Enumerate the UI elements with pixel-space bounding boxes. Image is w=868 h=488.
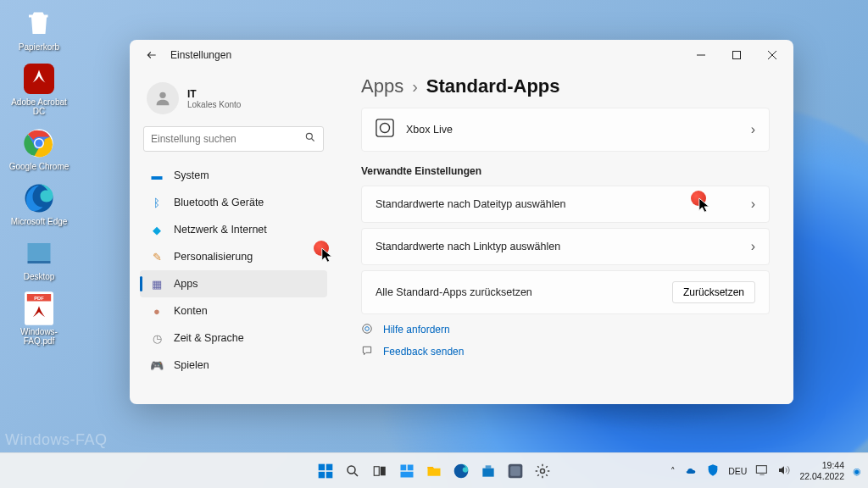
chrome-icon: [22, 126, 56, 160]
desktop-icon-label: Papierkorb: [19, 42, 59, 52]
tray-clock[interactable]: 19:44 22.04.2022: [799, 460, 844, 480]
link-label: Feedback senden: [383, 346, 464, 358]
svg-rect-19: [326, 471, 333, 478]
nav-personalization[interactable]: ✎Personalisierung: [140, 243, 327, 270]
svg-rect-9: [733, 52, 741, 59]
svg-rect-17: [326, 463, 333, 470]
page-title: Standard-Apps: [426, 75, 560, 97]
nav-label: Bluetooth & Geräte: [174, 197, 264, 208]
app-row-xbox-live[interactable]: Xbox Live ›: [361, 108, 770, 152]
desktop-icon-acrobat[interactable]: Adobe Acrobat DC: [7, 62, 71, 116]
user-account-type: Lokales Konto: [187, 100, 241, 109]
nav-label: Netzwerk & Internet: [174, 224, 267, 236]
tray-language[interactable]: DEU: [728, 466, 747, 476]
row-defaults-by-linktype[interactable]: Standardwerte nach Linktyp auswählen ›: [361, 228, 770, 265]
pdf-icon: PDF: [22, 291, 56, 325]
taskbar-store[interactable]: [477, 460, 499, 482]
help-link[interactable]: Hilfe anfordern: [361, 323, 770, 336]
taskbar-settings[interactable]: [531, 460, 554, 482]
desktop-icon-desktop[interactable]: Desktop: [7, 236, 71, 281]
maximize-button[interactable]: [719, 42, 754, 68]
row-reset-defaults: Alle Standard-Apps zurücksetzen Zurückse…: [361, 270, 770, 314]
tray-notifications-icon[interactable]: ◉: [853, 466, 861, 476]
taskbar-right: ˄ DEU 19:44 22.04.2022 ◉: [670, 460, 861, 480]
desktop-icon-pdf[interactable]: PDF Windows-FAQ.pdf: [7, 291, 71, 346]
feedback-link[interactable]: Feedback senden: [361, 345, 770, 358]
taskbar-widgets[interactable]: [396, 460, 418, 482]
user-block[interactable]: IT Lokales Konto: [140, 77, 327, 126]
desktop-icon-recycle-bin[interactable]: Papierkorb: [7, 7, 71, 52]
svg-rect-24: [408, 464, 414, 470]
nav-bluetooth[interactable]: ᛒBluetooth & Geräte: [140, 189, 327, 216]
nav-system[interactable]: ▬System: [140, 162, 327, 189]
section-label: Verwandte Einstellungen: [361, 165, 770, 177]
nav-label: System: [174, 169, 209, 181]
desktop-icon-label: Desktop: [24, 272, 55, 281]
nav-label: Apps: [174, 278, 198, 290]
nav-apps[interactable]: ▦Apps: [140, 270, 327, 297]
search-icon: [304, 131, 316, 147]
back-button[interactable]: [142, 45, 162, 65]
window-title: Einstellungen: [170, 49, 683, 61]
wifi-icon: ◆: [150, 223, 164, 236]
chevron-right-icon: ›: [412, 77, 418, 97]
svg-point-10: [159, 92, 165, 98]
taskbar-search[interactable]: [342, 460, 364, 482]
tray-network-icon[interactable]: [755, 464, 769, 478]
bluetooth-icon: ᛒ: [150, 196, 164, 209]
breadcrumb-parent[interactable]: Apps: [361, 75, 403, 97]
taskbar-center: [314, 460, 554, 482]
feedback-icon: [361, 345, 375, 358]
desktop-icon-chrome[interactable]: Google Chrome: [7, 126, 71, 171]
taskbar-explorer[interactable]: [423, 460, 445, 482]
svg-rect-16: [319, 463, 326, 470]
tray-chevron-icon[interactable]: ˄: [670, 466, 676, 476]
reset-button[interactable]: Zurücksetzen: [672, 281, 755, 303]
row-label: Standardwerte nach Dateityp auswählen: [376, 198, 739, 210]
system-icon: ▬: [150, 169, 164, 182]
folder-icon: [22, 236, 56, 270]
tray-defender-icon[interactable]: [706, 463, 720, 479]
start-button[interactable]: [314, 460, 337, 482]
svg-rect-12: [376, 119, 393, 136]
svg-rect-25: [401, 471, 414, 477]
taskbar-taskview[interactable]: [369, 460, 391, 482]
row-label: Standardwerte nach Linktyp auswählen: [376, 241, 739, 252]
svg-rect-21: [374, 466, 379, 475]
svg-point-14: [363, 324, 372, 334]
search-input[interactable]: [151, 133, 304, 145]
tray-volume-icon[interactable]: [777, 464, 791, 478]
svg-rect-18: [319, 471, 326, 478]
desktop-icon-label: Microsoft Edge: [11, 217, 68, 226]
nav: ▬System ᛒBluetooth & Geräte ◆Netzwerk & …: [140, 162, 327, 379]
close-button[interactable]: [754, 42, 790, 68]
apps-icon: ▦: [150, 277, 164, 291]
desktop-icons: Papierkorb Adobe Acrobat DC Google Chrom…: [7, 7, 71, 346]
taskbar-vmware[interactable]: [504, 460, 526, 482]
watermark: Windows-FAQ: [5, 431, 108, 449]
help-icon: [361, 323, 375, 336]
clock-icon: ◷: [150, 331, 164, 345]
avatar-icon: [147, 82, 179, 114]
chevron-right-icon: ›: [751, 239, 755, 254]
chevron-right-icon: ›: [751, 122, 755, 137]
desktop-icon-edge[interactable]: Microsoft Edge: [7, 181, 71, 226]
svg-rect-30: [757, 465, 767, 473]
tray-time: 19:44: [799, 460, 844, 470]
minimize-button[interactable]: [683, 42, 719, 68]
desktop-icon-label: Google Chrome: [9, 162, 70, 171]
search-box[interactable]: [143, 126, 324, 152]
taskbar-edge[interactable]: [450, 460, 472, 482]
nav-gaming[interactable]: 🎮Spielen: [140, 352, 327, 379]
nav-network[interactable]: ◆Netzwerk & Internet: [140, 216, 327, 243]
link-label: Hilfe anfordern: [383, 324, 450, 336]
desktop-icon-label: Windows-FAQ.pdf: [7, 327, 71, 346]
nav-accounts[interactable]: ●Konten: [140, 297, 327, 324]
tray-onedrive-icon[interactable]: [684, 463, 698, 479]
svg-rect-28: [510, 466, 520, 476]
nav-time-language[interactable]: ◷Zeit & Sprache: [140, 324, 327, 352]
svg-rect-0: [24, 64, 54, 94]
xbox-icon: [376, 119, 394, 141]
svg-rect-23: [401, 464, 407, 470]
row-defaults-by-filetype[interactable]: Standardwerte nach Dateityp auswählen ›: [361, 186, 770, 223]
